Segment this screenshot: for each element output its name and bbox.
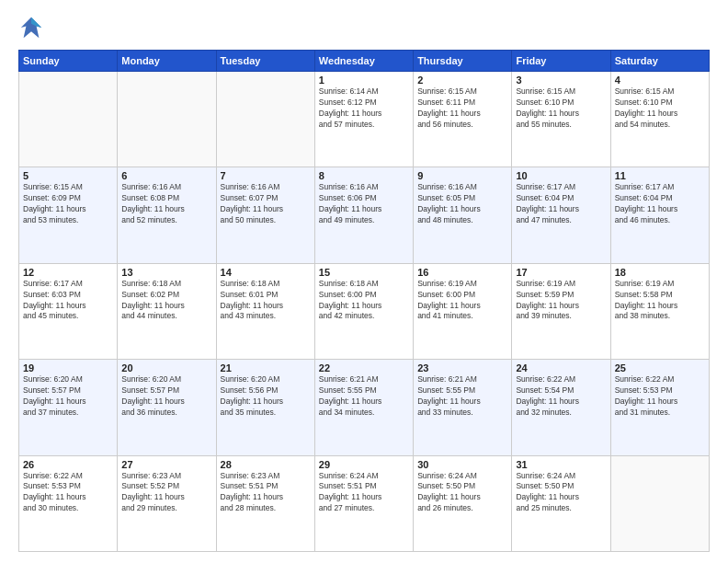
week-row-4: 19Sunrise: 6:20 AMSunset: 5:57 PMDayligh… [19, 360, 710, 455]
day-number: 5 [23, 170, 113, 181]
calendar-cell: 21Sunrise: 6:20 AMSunset: 5:56 PMDayligh… [216, 360, 314, 455]
day-info: Sunrise: 6:22 AMSunset: 5:53 PMDaylight:… [23, 471, 113, 515]
calendar-cell: 19Sunrise: 6:20 AMSunset: 5:57 PMDayligh… [19, 360, 118, 455]
weekday-header-friday: Friday [512, 51, 610, 72]
day-number: 23 [417, 362, 507, 373]
logo [18, 15, 50, 40]
weekday-header-thursday: Thursday [414, 51, 512, 72]
day-info: Sunrise: 6:23 AMSunset: 5:52 PMDaylight:… [121, 471, 211, 515]
day-number: 18 [615, 267, 705, 278]
day-info: Sunrise: 6:16 AMSunset: 6:08 PMDaylight:… [121, 182, 211, 226]
day-number: 12 [23, 267, 113, 278]
day-info: Sunrise: 6:16 AMSunset: 6:06 PMDaylight:… [319, 182, 409, 226]
day-number: 1 [319, 75, 409, 86]
day-info: Sunrise: 6:21 AMSunset: 5:55 PMDaylight:… [417, 374, 507, 419]
calendar-cell: 16Sunrise: 6:19 AMSunset: 6:00 PMDayligh… [414, 263, 512, 359]
day-number: 27 [121, 459, 211, 470]
day-number: 31 [516, 459, 606, 470]
week-row-5: 26Sunrise: 6:22 AMSunset: 5:53 PMDayligh… [19, 455, 710, 551]
day-number: 7 [221, 170, 311, 181]
day-number: 28 [221, 459, 311, 470]
day-info: Sunrise: 6:15 AMSunset: 6:09 PMDaylight:… [23, 182, 113, 226]
day-info: Sunrise: 6:19 AMSunset: 5:58 PMDaylight:… [615, 279, 705, 323]
day-number: 24 [516, 362, 606, 373]
day-info: Sunrise: 6:18 AMSunset: 6:01 PMDaylight:… [221, 279, 311, 323]
calendar-cell: 7Sunrise: 6:16 AMSunset: 6:07 PMDaylight… [216, 167, 314, 263]
calendar-cell: 13Sunrise: 6:18 AMSunset: 6:02 PMDayligh… [118, 263, 216, 359]
weekday-header-sunday: Sunday [19, 51, 118, 72]
calendar-cell: 18Sunrise: 6:19 AMSunset: 5:58 PMDayligh… [610, 263, 709, 359]
day-info: Sunrise: 6:17 AMSunset: 6:04 PMDaylight:… [615, 182, 705, 226]
day-number: 16 [417, 267, 507, 278]
day-info: Sunrise: 6:20 AMSunset: 5:57 PMDaylight:… [23, 374, 113, 419]
day-number: 30 [417, 459, 507, 470]
day-info: Sunrise: 6:16 AMSunset: 6:05 PMDaylight:… [417, 182, 507, 226]
calendar-cell: 31Sunrise: 6:24 AMSunset: 5:50 PMDayligh… [512, 455, 610, 551]
day-info: Sunrise: 6:22 AMSunset: 5:53 PMDaylight:… [615, 374, 705, 419]
day-number: 6 [121, 170, 211, 181]
day-number: 4 [615, 75, 705, 86]
calendar-cell: 3Sunrise: 6:15 AMSunset: 6:10 PMDaylight… [512, 72, 610, 167]
day-info: Sunrise: 6:22 AMSunset: 5:54 PMDaylight:… [516, 374, 606, 419]
calendar-cell: 6Sunrise: 6:16 AMSunset: 6:08 PMDaylight… [118, 167, 216, 263]
weekday-header-row: SundayMondayTuesdayWednesdayThursdayFrid… [19, 51, 710, 72]
day-info: Sunrise: 6:19 AMSunset: 6:00 PMDaylight:… [417, 279, 507, 323]
weekday-header-monday: Monday [118, 51, 216, 72]
calendar-cell [19, 72, 118, 167]
day-info: Sunrise: 6:20 AMSunset: 5:56 PMDaylight:… [221, 374, 311, 419]
calendar-cell: 14Sunrise: 6:18 AMSunset: 6:01 PMDayligh… [216, 263, 314, 359]
calendar-cell: 27Sunrise: 6:23 AMSunset: 5:52 PMDayligh… [118, 455, 216, 551]
day-number: 9 [417, 170, 507, 181]
day-number: 29 [319, 459, 409, 470]
calendar-table: SundayMondayTuesdayWednesdayThursdayFrid… [18, 50, 710, 552]
calendar-cell: 22Sunrise: 6:21 AMSunset: 5:55 PMDayligh… [314, 360, 413, 455]
calendar-cell: 4Sunrise: 6:15 AMSunset: 6:10 PMDaylight… [610, 72, 709, 167]
calendar-cell: 26Sunrise: 6:22 AMSunset: 5:53 PMDayligh… [19, 455, 118, 551]
day-info: Sunrise: 6:21 AMSunset: 5:55 PMDaylight:… [319, 374, 409, 419]
day-number: 11 [615, 170, 705, 181]
header [18, 15, 710, 40]
calendar-cell: 24Sunrise: 6:22 AMSunset: 5:54 PMDayligh… [512, 360, 610, 455]
calendar-cell: 9Sunrise: 6:16 AMSunset: 6:05 PMDaylight… [414, 167, 512, 263]
day-info: Sunrise: 6:24 AMSunset: 5:50 PMDaylight:… [417, 471, 507, 515]
day-info: Sunrise: 6:19 AMSunset: 5:59 PMDaylight:… [516, 279, 606, 323]
day-info: Sunrise: 6:18 AMSunset: 6:02 PMDaylight:… [121, 279, 211, 323]
day-number: 14 [221, 267, 311, 278]
logo-icon [18, 15, 44, 40]
weekday-header-wednesday: Wednesday [314, 51, 413, 72]
day-number: 2 [417, 75, 507, 86]
day-info: Sunrise: 6:24 AMSunset: 5:50 PMDaylight:… [516, 471, 606, 515]
week-row-2: 5Sunrise: 6:15 AMSunset: 6:09 PMDaylight… [19, 167, 710, 263]
calendar-cell: 2Sunrise: 6:15 AMSunset: 6:11 PMDaylight… [414, 72, 512, 167]
day-info: Sunrise: 6:15 AMSunset: 6:10 PMDaylight:… [516, 86, 606, 131]
day-number: 17 [516, 267, 606, 278]
calendar-cell: 11Sunrise: 6:17 AMSunset: 6:04 PMDayligh… [610, 167, 709, 263]
calendar-cell: 25Sunrise: 6:22 AMSunset: 5:53 PMDayligh… [610, 360, 709, 455]
week-row-3: 12Sunrise: 6:17 AMSunset: 6:03 PMDayligh… [19, 263, 710, 359]
day-info: Sunrise: 6:16 AMSunset: 6:07 PMDaylight:… [221, 182, 311, 226]
calendar-cell: 29Sunrise: 6:24 AMSunset: 5:51 PMDayligh… [314, 455, 413, 551]
day-info: Sunrise: 6:17 AMSunset: 6:03 PMDaylight:… [23, 279, 113, 323]
calendar-cell: 30Sunrise: 6:24 AMSunset: 5:50 PMDayligh… [414, 455, 512, 551]
day-info: Sunrise: 6:15 AMSunset: 6:11 PMDaylight:… [417, 86, 507, 131]
day-number: 10 [516, 170, 606, 181]
day-info: Sunrise: 6:24 AMSunset: 5:51 PMDaylight:… [319, 471, 409, 515]
day-number: 15 [319, 267, 409, 278]
day-info: Sunrise: 6:17 AMSunset: 6:04 PMDaylight:… [516, 182, 606, 226]
day-number: 8 [319, 170, 409, 181]
day-number: 19 [23, 362, 113, 373]
calendar-cell: 1Sunrise: 6:14 AMSunset: 6:12 PMDaylight… [314, 72, 413, 167]
day-info: Sunrise: 6:14 AMSunset: 6:12 PMDaylight:… [319, 86, 409, 131]
calendar-cell [118, 72, 216, 167]
calendar-cell: 23Sunrise: 6:21 AMSunset: 5:55 PMDayligh… [414, 360, 512, 455]
day-info: Sunrise: 6:23 AMSunset: 5:51 PMDaylight:… [221, 471, 311, 515]
day-number: 21 [221, 362, 311, 373]
calendar-cell: 12Sunrise: 6:17 AMSunset: 6:03 PMDayligh… [19, 263, 118, 359]
day-number: 3 [516, 75, 606, 86]
calendar-cell: 17Sunrise: 6:19 AMSunset: 5:59 PMDayligh… [512, 263, 610, 359]
day-number: 22 [319, 362, 409, 373]
calendar-cell [216, 72, 314, 167]
calendar-cell: 28Sunrise: 6:23 AMSunset: 5:51 PMDayligh… [216, 455, 314, 551]
day-number: 26 [23, 459, 113, 470]
calendar-cell: 15Sunrise: 6:18 AMSunset: 6:00 PMDayligh… [314, 263, 413, 359]
